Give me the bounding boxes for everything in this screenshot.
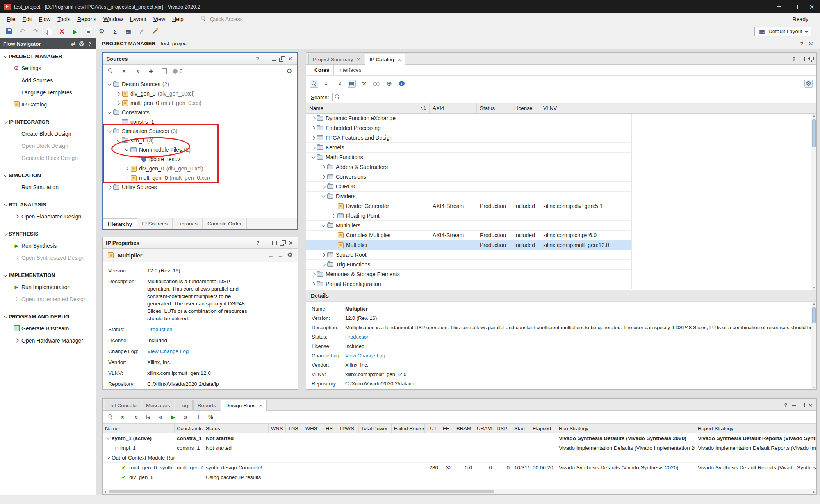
flow-navigator-item[interactable]: PROJECT MANAGER (0, 51, 96, 62)
catalog-row[interactable]: Complex Multiplier AXI4-Stream Productio… (306, 231, 632, 240)
vertical-scrollbar[interactable] (811, 302, 816, 389)
gear-icon[interactable] (285, 67, 293, 75)
expander-icon[interactable] (310, 271, 317, 278)
sum-icon[interactable] (111, 27, 119, 35)
expander-icon[interactable] (115, 137, 121, 144)
maximize-icon[interactable] (271, 239, 278, 247)
flow-navigator-item[interactable]: SIMULATION (0, 170, 96, 181)
close-icon[interactable] (287, 55, 294, 62)
sources-tab[interactable]: Hierarchy (103, 218, 137, 229)
column-header[interactable]: TPWS (337, 424, 359, 433)
catalog-row[interactable]: Partial Reconfiguration (306, 279, 632, 289)
design-run-row[interactable]: synth_1 (active) constrs_1 Not started (103, 433, 816, 443)
minimize-icon[interactable] (771, 0, 787, 13)
close-icon[interactable] (287, 239, 294, 247)
tree-row[interactable]: mult_gen_0 (mult_gen_0.xci) (103, 98, 297, 108)
flow-navigator-item[interactable]: IP Catalog (0, 98, 96, 110)
minimize-icon[interactable] (262, 239, 270, 247)
expander-icon[interactable] (320, 164, 327, 170)
expander-icon[interactable] (115, 91, 121, 97)
quick-access-search[interactable]: Quick Access (199, 15, 267, 23)
expander-icon[interactable] (114, 464, 120, 471)
exchange-icon[interactable] (70, 40, 77, 48)
menu-item[interactable]: Flow (36, 14, 54, 24)
property-value[interactable]: Production (147, 326, 248, 333)
expander-icon[interactable] (106, 128, 113, 135)
catalog-subtab[interactable]: Cores (310, 65, 333, 75)
menu-item[interactable]: Edit (19, 14, 36, 24)
flow-navigator-item[interactable]: Open Elaborated Design (0, 210, 96, 222)
close-tab-icon[interactable] (259, 403, 262, 409)
flow-navigator-item[interactable]: Create Block Design (0, 128, 96, 140)
sources-tab[interactable]: IP Sources (137, 218, 173, 229)
expander-icon[interactable] (106, 81, 113, 88)
catalog-row[interactable]: Multiplier Production Included xilinx.co… (306, 240, 632, 250)
close-icon[interactable] (807, 401, 814, 409)
expander-icon[interactable] (123, 165, 130, 172)
report-icon[interactable] (84, 27, 93, 35)
menu-item[interactable]: Help (169, 14, 187, 24)
section-collapse-icon[interactable] (2, 316, 9, 318)
column-header[interactable]: License (511, 103, 540, 113)
section-collapse-icon[interactable] (2, 175, 9, 176)
link-icon[interactable] (373, 80, 381, 88)
flow-navigator-item[interactable]: Generate Block Design (0, 152, 96, 164)
catalog-row[interactable]: Floating Point (306, 211, 632, 221)
layout-selector[interactable]: Default Layout (754, 27, 811, 36)
horizontal-scrollbar[interactable] (103, 489, 816, 494)
add-icon[interactable] (194, 413, 202, 421)
flow-navigator-item[interactable]: IMPLEMENTATION (0, 270, 96, 281)
maximize-icon[interactable] (270, 55, 278, 62)
flow-navigator-item[interactable]: Open Block Design (0, 140, 96, 152)
column-header[interactable]: WNS (269, 424, 286, 433)
column-header[interactable]: BRAM (454, 424, 474, 433)
globe-icon[interactable] (385, 80, 393, 88)
console-tab[interactable]: Log (175, 400, 193, 410)
grid-icon[interactable] (124, 27, 132, 35)
step-forward-icon[interactable] (182, 413, 190, 421)
expander-icon[interactable] (115, 100, 121, 106)
float-icon[interactable] (278, 55, 286, 62)
column-header[interactable]: Run Strategy (556, 424, 695, 433)
catalog-subtab[interactable]: Interfaces (333, 65, 365, 75)
catalog-row[interactable]: Math Functions (306, 153, 632, 162)
percent-icon[interactable] (207, 413, 215, 421)
wand-icon[interactable] (151, 27, 159, 35)
tree-row[interactable]: div_gen_0 (div_gen_0.xci) (103, 89, 297, 98)
expander-icon[interactable] (115, 119, 121, 125)
tree-row[interactable]: Constraints (103, 108, 297, 117)
tree-row[interactable]: div_gen_0 (div_gen_0.xci) (103, 164, 297, 173)
search-icon[interactable] (107, 413, 115, 421)
sources-tab[interactable]: Compile Order (203, 218, 247, 229)
expander-icon[interactable] (310, 115, 317, 122)
expander-icon[interactable] (134, 156, 140, 163)
float-icon[interactable] (807, 55, 814, 63)
flow-navigator-item[interactable]: Open Implemented Design (0, 293, 96, 305)
column-header[interactable]: TNS (286, 424, 303, 433)
flow-navigator-item[interactable]: Generate Bitstream (0, 322, 96, 334)
help-icon[interactable] (254, 55, 261, 62)
redo-icon[interactable] (31, 27, 39, 35)
collapse-all-icon[interactable] (120, 67, 128, 75)
menu-item[interactable]: File (3, 14, 19, 24)
expander-icon[interactable] (320, 183, 327, 190)
search-icon[interactable] (107, 67, 115, 75)
sources-tab[interactable]: Libraries (173, 218, 203, 229)
catalog-row[interactable]: CORDIC (306, 182, 632, 192)
expander-icon[interactable] (123, 147, 130, 153)
section-collapse-icon[interactable] (2, 204, 9, 206)
flow-navigator-item[interactable]: SYNTHESIS (0, 228, 96, 240)
play-icon[interactable] (169, 413, 177, 421)
tree-row[interactable]: constrs_1 (103, 117, 297, 126)
catalog-row[interactable]: Adders & Subtracters (306, 162, 632, 172)
column-header[interactable]: THS (320, 424, 337, 433)
tree-row[interactable]: sim_1 (3) (103, 136, 297, 145)
forward-icon[interactable] (277, 252, 284, 259)
back-icon[interactable] (267, 252, 275, 259)
save-icon[interactable] (5, 27, 13, 35)
tree-row[interactable]: ipcore_test.v (103, 154, 297, 164)
menu-item[interactable]: Reports (74, 14, 100, 24)
console-tab[interactable]: Reports (193, 400, 220, 410)
menu-item[interactable]: View (150, 14, 169, 24)
maximize-icon[interactable] (787, 0, 804, 13)
